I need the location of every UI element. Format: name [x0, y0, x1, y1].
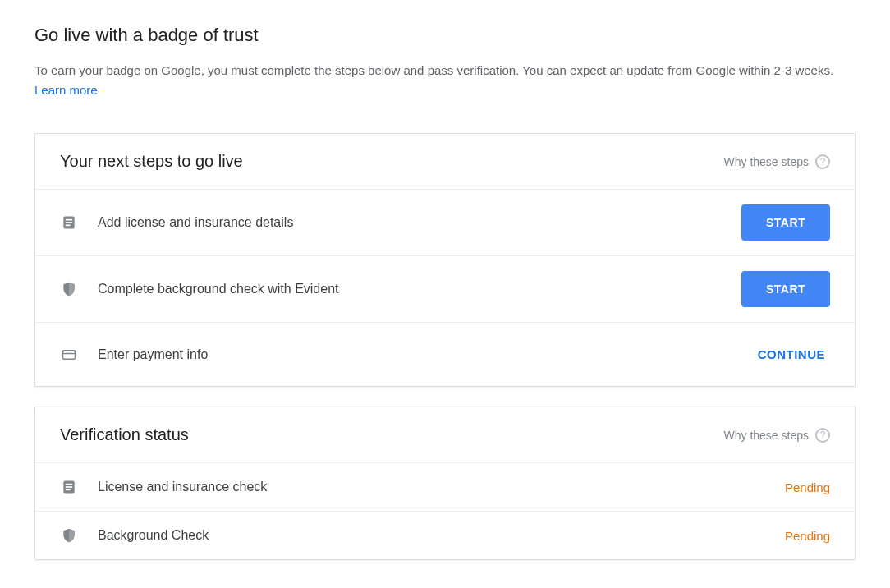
status-badge: Pending	[785, 529, 830, 543]
step-label: Complete background check with Evident	[98, 282, 722, 296]
status-row-background: Background Check Pending	[35, 512, 855, 559]
page-description-text: To earn your badge on Google, you must c…	[34, 63, 833, 77]
step-row-background: Complete background check with Evident S…	[35, 256, 855, 323]
why-these-steps-link[interactable]: Why these steps ?	[724, 154, 831, 169]
svg-rect-9	[66, 489, 71, 491]
step-label: Add license and insurance details	[98, 215, 722, 230]
start-background-button[interactable]: START	[741, 271, 830, 307]
learn-more-link[interactable]: Learn more	[34, 83, 98, 97]
verification-status-card: Verification status Why these steps ? Li…	[34, 407, 856, 560]
document-icon	[60, 214, 78, 232]
why-these-steps-label: Why these steps	[724, 429, 810, 442]
step-label: Enter payment info	[98, 347, 733, 362]
svg-rect-4	[63, 350, 76, 359]
verification-title: Verification status	[60, 425, 189, 444]
svg-rect-2	[66, 222, 72, 223]
status-row-license: License and insurance check Pending	[35, 463, 855, 512]
status-badge: Pending	[785, 480, 830, 494]
page-description: To earn your badge on Google, you must c…	[34, 61, 856, 100]
next-steps-header: Your next steps to go live Why these ste…	[35, 134, 855, 190]
svg-rect-1	[66, 219, 72, 221]
verification-header: Verification status Why these steps ?	[35, 407, 855, 463]
start-license-button[interactable]: START	[741, 204, 830, 241]
shield-icon	[60, 526, 78, 544]
status-label: License and insurance check	[98, 480, 765, 494]
document-icon	[60, 478, 78, 496]
page-title: Go live with a badge of trust	[34, 25, 856, 46]
continue-payment-button[interactable]: CONTINUE	[753, 338, 830, 371]
shield-icon	[60, 280, 78, 298]
next-steps-card: Your next steps to go live Why these ste…	[34, 133, 856, 387]
step-row-license: Add license and insurance details START	[35, 190, 855, 256]
step-row-payment: Enter payment info CONTINUE	[35, 323, 855, 386]
next-steps-title: Your next steps to go live	[60, 152, 243, 171]
svg-rect-3	[66, 225, 71, 227]
why-these-steps-link[interactable]: Why these steps ?	[724, 428, 831, 443]
svg-rect-7	[66, 484, 72, 485]
svg-rect-8	[66, 486, 72, 488]
help-icon: ?	[815, 428, 830, 443]
status-label: Background Check	[98, 528, 765, 543]
help-icon: ?	[815, 154, 830, 169]
credit-card-icon	[60, 346, 78, 364]
why-these-steps-label: Why these steps	[724, 155, 810, 168]
